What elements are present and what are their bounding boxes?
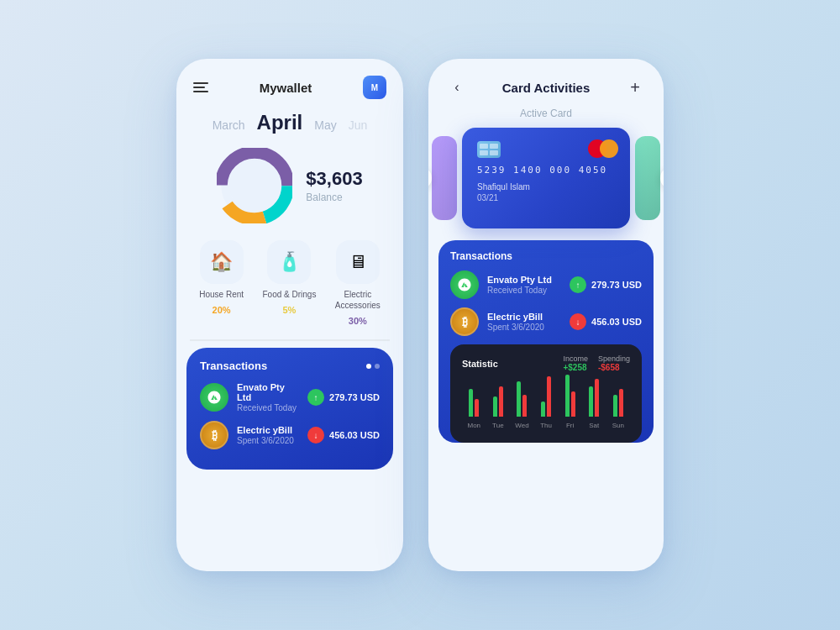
balance-label: Balance [306,192,362,203]
bar-group-tue: Tue [486,386,511,429]
right-envato-amount: 279.73 USD [591,280,642,290]
month-april[interactable]: April [257,111,303,134]
day-label-fri: Fri [566,422,574,429]
divider [190,339,390,341]
envato-name: Envato Pty Ltd [237,382,299,402]
transactions-header: Transactions [200,360,380,372]
chip-icon [477,141,501,158]
bars-mon [469,389,479,417]
right-down-arrow-icon: ↓ [570,313,586,330]
card-peek-right [635,136,660,220]
right-up-arrow-icon: ↑ [570,276,586,293]
card-holder: Shafiqul Islam [477,182,615,192]
right-transaction-row-0[interactable]: Envato Pty Ltd Received Today ↑ 279.73 U… [450,270,642,299]
red-bar-fri [571,391,575,417]
bar-group-thu: Thu [534,376,559,429]
month-jun[interactable]: Jun [349,118,368,132]
up-arrow-icon: ↑ [307,389,324,406]
credit-card[interactable]: 5239 1400 000 4050 Shafiqul Islam 03/21 [462,128,630,228]
right-bill-sub: Spent 3/6/2020 [487,323,561,332]
right-bill-info: Electric yBill Spent 3/6/2020 [487,312,561,332]
dot-2 [375,364,380,369]
bars-wed [517,381,527,417]
transaction-row-1[interactable]: ₿ Electric yBill Spent 3/6/2020 ↓ 456.03… [200,421,380,449]
bar-group-mon: Mon [462,389,486,429]
red-bar-wed [522,395,527,417]
right-envato-info: Envato Pty Ltd Received Today [487,275,561,295]
green-bar-sat [589,386,593,417]
bars-tue [493,386,503,417]
trans-dots [366,364,380,369]
stats-title: Statistic [462,359,498,369]
down-arrow-icon: ↓ [307,427,324,444]
card-expiry: 03/21 [477,193,615,202]
categories: 🏠 House Rent 20% 🧴 Food & Drings 5% 🖥 El… [176,235,403,338]
green-bar-wed [517,381,521,417]
bar-chart: MonTueWedThuFriSatSun [462,379,630,429]
day-label-wed: Wed [515,422,528,429]
envato-info: Envato Pty Ltd Received Today [237,382,299,412]
right-envato-right: ↑ 279.73 USD [570,276,642,293]
right-header: ‹ Card Activities + [428,59,664,108]
red-bar-mon [475,399,479,417]
category-house-label: House Rent [199,289,244,300]
spending-label: Spending [598,354,630,363]
income-label: Income [563,354,588,363]
envato-amount: 279.73 USD [329,392,380,402]
bill-info: Electric yBill Spent 3/6/2020 [237,425,299,445]
app-title: Mywallet [260,81,312,95]
stats-legend: Income +$258 Spending -$658 [563,354,630,372]
right-transaction-row-1[interactable]: ₿ Electric yBill Spent 3/6/2020 ↓ 456.03… [450,307,642,336]
right-bill-amount: 456.03 USD [591,317,642,327]
avatar[interactable]: M [363,76,386,99]
month-may[interactable]: May [314,118,336,132]
bars-sun [613,389,623,417]
pie-chart [217,148,292,223]
right-title: Card Activities [502,81,590,95]
menu-icon[interactable] [193,82,208,92]
left-header: Mywallet M [176,59,403,108]
bill-right: ↓ 456.03 USD [307,427,380,444]
bar-group-sat: Sat [582,379,606,429]
category-electric[interactable]: 🖥 ElectricAccessories 30% [335,240,381,326]
red-bar-tue [499,386,503,417]
transaction-row-0[interactable]: Envato Pty Ltd Received Today ↑ 279.73 U… [200,382,380,412]
stats-header: Statistic Income +$258 Spending -$658 [462,354,630,372]
green-bar-tue [493,396,497,417]
green-bar-mon [469,389,473,417]
bars-sat [589,379,599,417]
bill-name: Electric yBill [237,425,299,435]
food-icon: 🧴 [267,240,311,284]
right-envato-sub: Received Today [487,286,561,295]
right-bill-name: Electric yBill [487,312,561,322]
back-button[interactable]: ‹ [445,76,469,99]
category-house[interactable]: 🏠 House Rent 20% [199,240,244,326]
bar-group-fri: Fri [558,375,582,429]
statistics-section: Statistic Income +$258 Spending -$658 [450,344,642,443]
category-food-pct: 5% [282,305,296,315]
mastercard-logo [588,139,618,158]
bill-sub: Spent 3/6/2020 [237,436,299,445]
carousel-next-button[interactable]: › [660,167,664,189]
dot-1 [366,364,371,369]
add-button[interactable]: + [623,76,647,99]
day-label-mon: Mon [468,422,481,429]
svg-point-4 [229,160,280,211]
active-card-label: Active Card [428,108,664,119]
month-march[interactable]: March [213,118,245,132]
left-transactions-card: Transactions Envato Pty Ltd Received Tod… [186,348,393,470]
category-food[interactable]: 🧴 Food & Drings 5% [262,240,316,326]
house-icon: 🏠 [200,240,244,284]
right-bitcoin-logo: ₿ [450,307,479,336]
red-bar-sun [619,389,623,417]
electric-icon: 🖥 [336,240,380,284]
balance-text: $3,603 Balance [306,168,362,203]
day-label-thu: Thu [540,422,552,429]
income-legend: Income +$258 [563,354,588,372]
right-transactions-card: Transactions Envato Pty Ltd Received Tod… [438,240,654,443]
bitcoin-logo: ₿ [200,421,228,449]
balance-amount: $3,603 [306,168,362,190]
category-house-pct: 20% [213,305,231,315]
category-electric-pct: 30% [349,316,367,326]
envato-sub: Received Today [237,403,299,412]
